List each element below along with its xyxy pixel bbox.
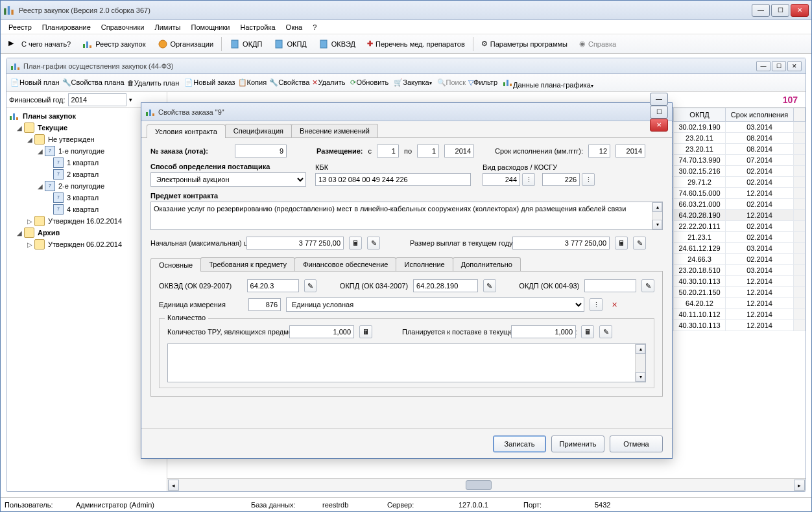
unit-code-input[interactable]: [248, 298, 281, 311]
tb-orderprops[interactable]: 🔧Свойства: [269, 78, 309, 87]
tb-reestr[interactable]: Реестр закупок: [78, 38, 149, 51]
kbk-input[interactable]: [315, 173, 471, 186]
calc-icon[interactable]: 🖩: [359, 325, 372, 338]
qty-plan-input[interactable]: [511, 325, 576, 338]
doc-maximize-button[interactable]: ☐: [772, 61, 786, 71]
itab-extra[interactable]: Дополнительно: [453, 257, 521, 271]
expand-icon[interactable]: ◢: [36, 183, 43, 190]
maximize-button[interactable]: ☐: [771, 4, 789, 17]
tb-filter[interactable]: ▽Фильтр: [468, 78, 497, 87]
cancel-button[interactable]: Отмена: [610, 436, 663, 452]
kosgu-input[interactable]: [542, 173, 580, 186]
expand-icon[interactable]: ◢: [16, 229, 23, 237]
tree-root[interactable]: Планы закупок: [21, 111, 78, 121]
tree-archive[interactable]: Архив: [36, 228, 62, 237]
doc-minimize-button[interactable]: —: [756, 61, 770, 71]
tab-spec[interactable]: Спецификация: [225, 124, 292, 137]
unit-select[interactable]: Единица условная: [286, 297, 584, 312]
tb-okdp[interactable]: ОКДП: [226, 38, 266, 51]
expand-icon[interactable]: ◢: [16, 124, 23, 132]
minimize-button[interactable]: —: [752, 4, 770, 17]
tree-q2[interactable]: 2 квартал: [65, 170, 101, 179]
tb-okved[interactable]: ОКВЭД: [315, 38, 359, 51]
vr-input[interactable]: [483, 173, 520, 186]
deadline-mm-input[interactable]: [588, 145, 610, 157]
tree-approved1[interactable]: Утвержден 16.02.2014: [46, 216, 124, 226]
tab-contract[interactable]: Условия контракта: [147, 124, 226, 138]
subject-textarea[interactable]: Оказание услуг по резервированию (предос…: [150, 202, 663, 230]
menu-helpers[interactable]: Помощники: [187, 22, 233, 32]
wand-icon[interactable]: ✎: [641, 279, 654, 292]
tb-start[interactable]: ▶С чего начать?: [5, 38, 75, 51]
tree-notapproved[interactable]: Не утвержден: [46, 135, 97, 144]
scroll-up-icon[interactable]: ▴: [652, 202, 662, 212]
okpd-input[interactable]: [413, 279, 478, 292]
itab-main[interactable]: Основные: [150, 258, 201, 272]
tb-neworder[interactable]: 📄Новый заказ: [184, 78, 235, 87]
dialog-minimize-button[interactable]: —: [650, 93, 668, 106]
close-button[interactable]: ✕: [791, 4, 809, 17]
tree-q1[interactable]: 1 квартал: [65, 158, 101, 167]
calc-icon[interactable]: 🖩: [615, 237, 628, 250]
pick-vr-button[interactable]: ⋮: [522, 173, 535, 186]
wand-icon[interactable]: ✎: [633, 237, 646, 250]
menu-settings[interactable]: Настройка: [236, 22, 279, 32]
wand-icon[interactable]: ✎: [483, 279, 496, 292]
tb-delete[interactable]: ✕Удалить: [312, 78, 345, 87]
tree-current[interactable]: Текущие: [36, 123, 69, 132]
textarea-scrollbar[interactable]: ▴▾: [635, 344, 645, 382]
itab-req[interactable]: Требования к предмету: [200, 257, 295, 271]
tab-changes[interactable]: Внесение изменений: [291, 124, 378, 137]
okdp-input[interactable]: [584, 279, 636, 292]
deadline-yy-input[interactable]: [615, 145, 645, 157]
h-scrollbar[interactable]: ◂ ▸: [167, 478, 806, 491]
expand-icon[interactable]: ▷: [26, 218, 33, 225]
calc-icon[interactable]: 🖩: [581, 325, 594, 338]
tb-delplan[interactable]: 🗑Удалить план: [127, 79, 180, 87]
price-input[interactable]: [246, 237, 344, 250]
menu-help[interactable]: ?: [309, 22, 320, 32]
dialog-titlebar[interactable]: Свойства заказа "9" — ☐ ✕: [141, 103, 672, 121]
expand-icon[interactable]: ◢: [36, 148, 43, 155]
placement-from-input[interactable]: [377, 145, 399, 157]
wand-icon[interactable]: ✎: [367, 237, 380, 250]
pick-unit-button[interactable]: ⋮: [590, 298, 603, 311]
tree-approved2[interactable]: Утвержден 06.02.2014: [46, 240, 124, 249]
tb-purchase[interactable]: 🛒Закупка▾: [394, 78, 431, 87]
scroll-down-icon[interactable]: ▾: [636, 372, 645, 382]
menu-windows[interactable]: Окна: [282, 22, 307, 32]
tb-help[interactable]: ◉Справка: [575, 38, 620, 49]
tree-q4[interactable]: 4 квартал: [65, 205, 101, 214]
qty-textarea[interactable]: ▴▾: [167, 343, 646, 382]
tb-okpd[interactable]: ОКПД: [270, 38, 310, 51]
supplier-select[interactable]: Электронный аукцион: [150, 172, 306, 187]
tb-copy[interactable]: 📋Копия: [238, 78, 267, 87]
pick-kosgu-button[interactable]: ⋮: [582, 173, 595, 186]
expand-icon[interactable]: ▷: [26, 241, 33, 248]
tb-med[interactable]: ✚Перечень мед. препаратов: [363, 38, 469, 49]
doc-close-button[interactable]: ✕: [787, 61, 802, 71]
itab-exec[interactable]: Исполнение: [396, 257, 453, 271]
itab-fin[interactable]: Финансовое обеспечение: [294, 257, 396, 271]
scroll-down-icon[interactable]: ▾: [652, 220, 662, 229]
okved-input[interactable]: [247, 279, 299, 292]
tb-planprops[interactable]: 🔧Свойства плана: [62, 78, 125, 87]
save-button[interactable]: Записать: [493, 436, 546, 452]
placement-to-input[interactable]: [417, 145, 439, 157]
tree-q3[interactable]: 3 квартал: [65, 193, 101, 202]
scroll-right-icon[interactable]: ▸: [794, 480, 805, 491]
scroll-left-icon[interactable]: ◂: [168, 480, 179, 491]
tb-search[interactable]: 🔍Поиск: [437, 78, 466, 87]
expand-icon[interactable]: ◢: [26, 136, 33, 143]
tb-plandata[interactable]: Данные плана-графика▾: [503, 77, 593, 89]
pay-input[interactable]: [512, 237, 610, 250]
placement-year-input[interactable]: [444, 145, 474, 157]
tree-h1[interactable]: 1-е полугодие: [56, 146, 106, 156]
tb-refresh[interactable]: ⟳Обновить: [350, 78, 388, 87]
scroll-up-icon[interactable]: ▴: [636, 344, 645, 354]
qty-tru-input[interactable]: [289, 325, 354, 338]
dropdown-icon[interactable]: ▾: [129, 97, 132, 103]
col-okpd[interactable]: ОКПД: [674, 108, 726, 122]
textarea-scrollbar[interactable]: ▴▾: [652, 202, 662, 229]
calc-icon[interactable]: 🖩: [349, 237, 362, 250]
